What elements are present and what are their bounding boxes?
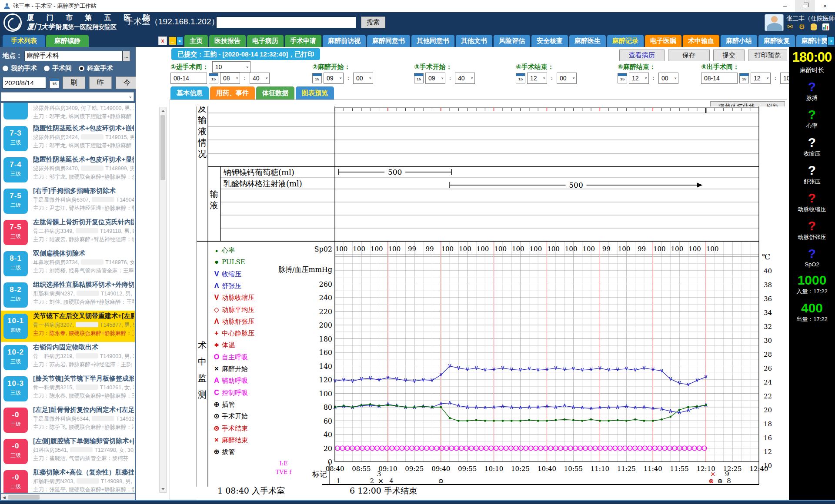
- room-number-select[interactable]: 10∨: [212, 61, 250, 73]
- tab-scroll-left-button[interactable]: <: [177, 37, 183, 45]
- svg-text:输: 输: [210, 189, 218, 199]
- scroll-up-arrow[interactable]: [160, 107, 166, 114]
- nav-tab[interactable]: 风险评估: [494, 35, 530, 47]
- nav-tab[interactable]: 主页: [184, 35, 208, 47]
- anesthesia-duration-value: 180:00: [789, 50, 835, 65]
- date-input[interactable]: [3, 77, 46, 89]
- minute-select[interactable]: 40∨: [250, 73, 270, 84]
- minute-select[interactable]: 00∨: [658, 73, 678, 84]
- surgery-list-item[interactable]: -0二级肛瘘切除术+高位（复杂性）肛瘘挂线术肛肠科病房N203,T149098,…: [1, 467, 135, 493]
- surgery-list-item[interactable]: 7-3三级隐匿性阴茎延长术+包皮环切术+嵌顿包茎泌尿外科病房3424,T1490…: [1, 123, 135, 154]
- nav-tab[interactable]: 麻醉小结: [721, 35, 757, 47]
- nav-tab[interactable]: 麻醉恢复: [758, 35, 795, 47]
- nav-tab[interactable]: 其他文书: [456, 35, 492, 47]
- nav-tab[interactable]: 麻醉同意书: [367, 35, 410, 47]
- radio-department-surgeries[interactable]: 科室手术: [79, 64, 113, 73]
- date-button[interactable]: 昨: [89, 76, 112, 89]
- hour-select[interactable]: 12∨: [629, 73, 649, 84]
- scrollbar-thumb[interactable]: [8, 495, 40, 500]
- calendar-icon[interactable]: 15: [739, 73, 749, 83]
- nav-tab[interactable]: 术中输血: [683, 35, 719, 47]
- tab-scroll-right-button[interactable]: >: [828, 37, 834, 45]
- subtab[interactable]: 基本信息: [170, 86, 209, 99]
- search-input[interactable]: [216, 17, 356, 28]
- calendar-icon[interactable]: 15: [312, 73, 322, 83]
- date-button[interactable]: 刷: [63, 76, 85, 89]
- left-vertical-scrollbar[interactable]: [159, 107, 167, 493]
- mail-icon[interactable]: ✉: [787, 23, 793, 30]
- calendar-icon[interactable]: 15: [516, 73, 525, 83]
- hour-select[interactable]: 08∨: [220, 73, 240, 84]
- date-field[interactable]: 08-14: [170, 73, 207, 84]
- surgery-list-item[interactable]: 7-5三级左肱骨髁上骨折切开复位克氏针内固定术骨二科病房3349,T149118…: [1, 217, 135, 248]
- surgery-list-item[interactable]: 8-1二级双侧扁桃体切除术耳鼻喉科病房3734,T148976, 女, 26岁主…: [1, 248, 135, 279]
- svg-text:26: 26: [764, 365, 772, 372]
- date-field[interactable]: 08-14: [701, 73, 738, 84]
- view-record-button[interactable]: 查看病历: [619, 50, 665, 61]
- svg-text:Λ: Λ: [669, 409, 672, 414]
- sidebar-tab-surgery-list[interactable]: 手术列表: [3, 35, 45, 47]
- surgery-list-item[interactable]: 7-5二级[右手]手拇指多指畸形切除术手足显微外科病房6307,T149046,…: [1, 186, 135, 217]
- nav-tab[interactable]: 麻醉计费: [796, 35, 827, 47]
- svg-text:10:40: 10:40: [538, 465, 556, 473]
- calendar-icon[interactable]: 15: [414, 73, 424, 83]
- subtab[interactable]: 图表预览: [296, 86, 334, 99]
- nav-tab[interactable]: 医技报告: [209, 35, 246, 47]
- minimize-button[interactable]: –: [775, 0, 795, 12]
- nav-tab[interactable]: 麻醉医生: [569, 35, 606, 47]
- submit-button[interactable]: 提交: [713, 50, 745, 61]
- chart-icon[interactable]: [822, 23, 829, 30]
- nav-tab[interactable]: 麻醉前访视: [323, 35, 366, 47]
- nav-tab[interactable]: 安全核查: [531, 35, 568, 47]
- scroll-left-arrow[interactable]: ◀: [1, 494, 7, 501]
- radio-operating-room[interactable]: 手术间: [44, 64, 72, 73]
- surgery-list-item[interactable]: 10-2三级右锁骨内固定物取出术骨一科病房3219,T149003, 男, 38…: [1, 342, 135, 373]
- nav-tab[interactable]: 电子病历: [247, 35, 284, 47]
- hour-select[interactable]: 12∨: [751, 73, 771, 84]
- svg-text:500: 500: [388, 168, 402, 176]
- hour-select[interactable]: 12∨: [527, 73, 547, 84]
- date-button[interactable]: 今: [116, 76, 138, 89]
- radio-my-surgeries[interactable]: 我的手术: [3, 64, 37, 73]
- print-preview-button[interactable]: 打印预览: [748, 50, 787, 61]
- nav-tab[interactable]: 手术申请: [285, 35, 321, 47]
- search-button[interactable]: 搜索: [361, 17, 385, 28]
- surgery-list-item[interactable]: 10-1四级关节镜下左后交叉韧带重建术+[左膝关节骨一科病房3207,T1458…: [1, 311, 135, 342]
- surgery-list-item[interactable]: -0三级[左足]趾骨骨折复位内固定术+[左足]清创手足显微外科病房6344,T1…: [1, 405, 135, 436]
- hour-select[interactable]: 09∨: [425, 73, 445, 84]
- gear-icon[interactable]: ⚙: [798, 23, 805, 30]
- scroll-down-arrow[interactable]: [160, 485, 166, 492]
- location-more-button[interactable]: ...: [123, 51, 130, 61]
- surgery-list-item[interactable]: 7-4三级隐匿性阴茎延长术+包皮环切术+显微镜下泌尿外科病房3470,T1489…: [1, 154, 135, 186]
- surgery-list-item[interactable]: 8-2二级组织选择性直肠粘膜环切术+外痔切除术肛肠科病房N237,T149012…: [1, 279, 135, 311]
- location-input[interactable]: [24, 51, 123, 61]
- svg-text:钠钾镁钙葡萄糖(ml): 钠钾镁钙葡萄糖(ml): [223, 168, 294, 177]
- minute-select[interactable]: 00∨: [353, 73, 373, 84]
- calendar-icon[interactable]: 15: [209, 73, 218, 83]
- save-button[interactable]: 保存: [668, 50, 710, 61]
- sidebar-tab-sedation[interactable]: 麻醉镇静: [46, 35, 89, 47]
- database-icon[interactable]: [811, 23, 817, 30]
- minute-select[interactable]: 40∨: [455, 73, 475, 84]
- nav-tab[interactable]: 其他同意书: [411, 35, 454, 47]
- close-panel-button[interactable]: x: [158, 36, 167, 45]
- maximize-button[interactable]: [795, 0, 815, 12]
- user-avatar[interactable]: [765, 14, 784, 31]
- calendar-icon[interactable]: 15: [618, 73, 627, 83]
- tab-overflow-button[interactable]: ...: [169, 37, 176, 45]
- sidebar-horizontal-scrollbar[interactable]: ◀: [1, 494, 135, 500]
- svg-text:240: 240: [319, 294, 332, 302]
- surgery-search-combobox[interactable]: ∨: [1, 92, 134, 101]
- surgery-list-item[interactable]: -0三级[左侧]腹腔镜下单侧输卵管切除术+[右侧]妇科病房3541,T12749…: [1, 436, 135, 467]
- hour-select[interactable]: 09∨: [324, 73, 344, 84]
- time-field-label: ①进手术间：: [170, 63, 209, 71]
- nav-tab[interactable]: 麻醉记录: [607, 35, 644, 47]
- surgery-list-item[interactable]: 三级泌尿外科病房3409, 何子晗, T149000, 男, 12岁主刀：邬宇龙…: [1, 103, 135, 123]
- close-button[interactable]: ×: [815, 0, 835, 12]
- minute-select[interactable]: 00∨: [557, 73, 577, 84]
- subtab[interactable]: 用药、事件: [210, 86, 255, 99]
- calendar-icon[interactable]: 15: [50, 78, 59, 88]
- subtab[interactable]: 体征数据: [256, 86, 294, 99]
- nav-tab[interactable]: 电子医嘱: [645, 35, 681, 47]
- surgery-list-item[interactable]: 10-3三级[膝关节镜]关节镜下半月板修整成形术+关骨一科病房3215,T140…: [1, 373, 135, 405]
